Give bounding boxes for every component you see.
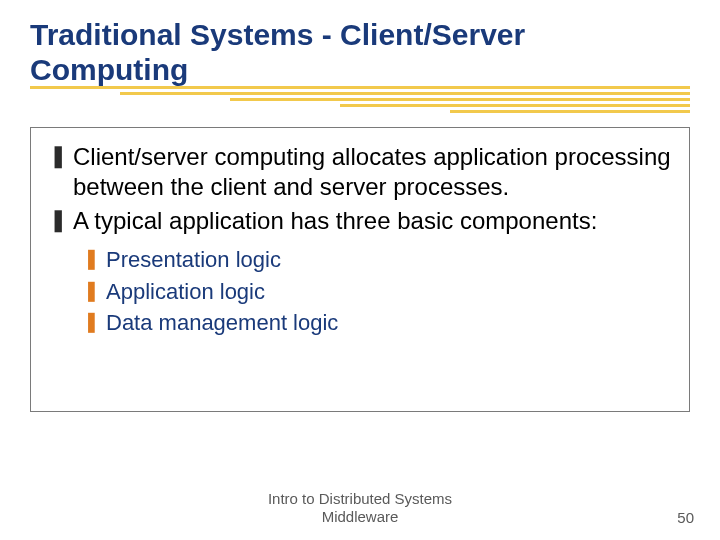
bullet-text: Client/server computing allocates applic… [73,142,671,202]
title-area: Traditional Systems - Client/Server Comp… [0,0,720,95]
sub-bullet-mark-icon: ❚ [83,278,100,303]
footer-text: Intro to Distributed Systems Middleware [268,490,452,526]
sub-bullet-list: ❚ Presentation logic ❚ Application logic… [83,246,671,337]
sub-bullet-mark-icon: ❚ [83,309,100,334]
bullet-mark-icon: ❚ [49,142,67,170]
sub-bullet-item: ❚ Presentation logic [83,246,671,274]
bullet-item: ❚ A typical application has three basic … [49,206,671,236]
page-number: 50 [677,509,694,526]
sub-bullet-item: ❚ Application logic [83,278,671,306]
footer-line-1: Intro to Distributed Systems [268,490,452,508]
sub-bullet-text: Presentation logic [106,246,281,274]
bullet-text: A typical application has three basic co… [73,206,597,236]
sub-bullet-mark-icon: ❚ [83,246,100,271]
sub-bullet-text: Data management logic [106,309,338,337]
bullet-mark-icon: ❚ [49,206,67,234]
sub-bullet-item: ❚ Data management logic [83,309,671,337]
title-underline-decoration [30,86,690,118]
bullet-item: ❚ Client/server computing allocates appl… [49,142,671,202]
content-box: ❚ Client/server computing allocates appl… [30,127,690,412]
sub-bullet-text: Application logic [106,278,265,306]
footer: Intro to Distributed Systems Middleware [0,490,720,526]
slide-title: Traditional Systems - Client/Server Comp… [30,18,690,87]
footer-line-2: Middleware [268,508,452,526]
